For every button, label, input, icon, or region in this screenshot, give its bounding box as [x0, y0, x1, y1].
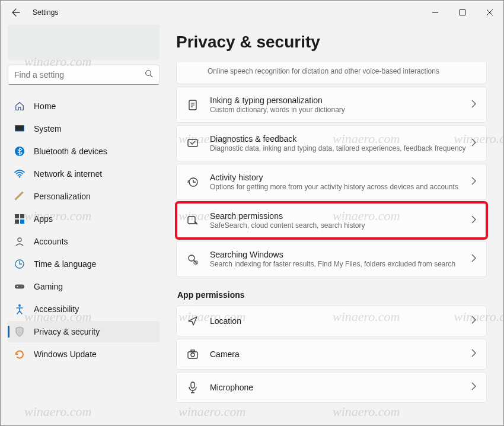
svg-rect-1 — [460, 10, 465, 15]
sidebar-item-personalization[interactable]: Personalization — [8, 186, 160, 207]
sidebar-item-label: System — [34, 124, 62, 133]
svg-rect-14 — [15, 284, 24, 288]
card-subtitle: Diagnostic data, inking and typing data,… — [210, 144, 471, 152]
card-title: Location — [210, 316, 471, 326]
card-subtitle: SafeSearch, cloud content search, search… — [210, 221, 471, 230]
search-icon — [145, 69, 153, 80]
accessibility-icon — [14, 303, 25, 315]
home-icon — [14, 100, 25, 112]
svg-rect-9 — [20, 214, 24, 218]
card-location[interactable]: Location — [176, 306, 487, 336]
sidebar-item-apps[interactable]: Apps — [8, 208, 160, 230]
svg-point-15 — [17, 286, 18, 287]
section-app-permissions: App permissions — [177, 290, 487, 300]
svg-point-7 — [19, 176, 21, 178]
microphone-icon — [186, 381, 199, 394]
svg-point-2 — [146, 71, 151, 76]
card-subtitle: Online speech recognition for dictation … — [208, 67, 477, 75]
sidebar-item-time[interactable]: Time & language — [8, 253, 160, 275]
chevron-right-icon — [471, 254, 477, 265]
location-icon — [186, 314, 199, 328]
card-searching-windows[interactable]: Searching Windows Search indexing for fa… — [176, 241, 487, 277]
card-diagnostics[interactable]: Diagnostics & feedback Diagnostic data, … — [176, 125, 487, 161]
user-account-box[interactable] — [8, 24, 160, 60]
close-button[interactable] — [476, 1, 503, 24]
card-camera[interactable]: Camera — [176, 339, 487, 370]
sidebar: Home System Bluetooth & devices Network … — [1, 24, 167, 425]
apps-icon — [14, 213, 25, 225]
sidebar-item-network[interactable]: Network & internet — [8, 163, 160, 185]
chevron-right-icon — [471, 316, 477, 326]
card-title: Diagnostics & feedback — [210, 134, 471, 144]
shield-icon — [14, 326, 25, 338]
app-title: Settings — [33, 8, 58, 17]
feedback-icon — [186, 137, 199, 150]
sidebar-item-accessibility[interactable]: Accessibility — [8, 298, 160, 320]
search-input[interactable] — [14, 70, 145, 80]
sidebar-item-privacy[interactable]: Privacy & security — [8, 321, 160, 342]
card-activity-history[interactable]: Activity history Options for getting mor… — [176, 164, 487, 200]
update-icon — [14, 348, 25, 360]
card-subtitle: Options for getting more from your activ… — [210, 183, 471, 191]
svg-rect-10 — [15, 220, 19, 224]
card-title: Searching Windows — [210, 250, 471, 259]
system-icon — [14, 123, 25, 135]
sidebar-item-label: Personalization — [34, 192, 91, 201]
minimize-button[interactable] — [422, 1, 449, 24]
sidebar-item-accounts[interactable]: Accounts — [8, 231, 160, 252]
card-inking-typing[interactable]: Inking & typing personalization Custom d… — [176, 87, 487, 123]
gamepad-icon — [14, 281, 25, 293]
svg-point-16 — [21, 286, 23, 287]
chevron-right-icon — [471, 177, 477, 187]
svg-rect-8 — [15, 214, 19, 218]
sidebar-item-bluetooth[interactable]: Bluetooth & devices — [8, 141, 160, 162]
card-search-permissions[interactable]: Search permissions SafeSearch, cloud con… — [176, 202, 487, 239]
history-icon — [186, 176, 199, 189]
svg-point-25 — [191, 353, 194, 357]
card-subtitle: Search indexing for faster results, Find… — [210, 260, 471, 268]
chevron-right-icon — [471, 138, 477, 149]
clipboard-pen-icon — [186, 98, 199, 112]
sidebar-item-label: Home — [34, 101, 56, 111]
sidebar-item-label: Network & internet — [34, 169, 102, 179]
sidebar-item-label: Windows Update — [34, 349, 97, 359]
minimize-icon — [432, 9, 438, 15]
search-shield-icon — [186, 214, 199, 227]
clock-globe-icon — [14, 258, 25, 270]
svg-point-17 — [18, 304, 21, 307]
svg-rect-5 — [15, 126, 24, 131]
chevron-right-icon — [471, 382, 477, 393]
bluetooth-icon — [14, 145, 25, 157]
nav-list: Home System Bluetooth & devices Network … — [8, 96, 160, 365]
main-content: Privacy & security Online speech recogni… — [167, 24, 503, 425]
card-microphone[interactable]: Microphone — [176, 372, 487, 403]
page-title: Privacy & security — [176, 33, 487, 52]
maximize-button[interactable] — [449, 1, 476, 24]
svg-line-3 — [151, 75, 153, 78]
sidebar-item-update[interactable]: Windows Update — [8, 344, 160, 365]
sidebar-item-gaming[interactable]: Gaming — [8, 276, 160, 297]
svg-point-12 — [18, 238, 21, 241]
chevron-right-icon — [471, 215, 477, 226]
svg-rect-26 — [191, 350, 194, 352]
close-icon — [487, 9, 493, 15]
card-partial-speech[interactable]: Online speech recognition for dictation … — [176, 62, 487, 84]
paintbrush-icon — [14, 190, 25, 202]
card-subtitle: Custom dictionary, words in your diction… — [210, 106, 471, 114]
card-title: Microphone — [210, 383, 471, 392]
card-title: Inking & typing personalization — [210, 96, 471, 105]
card-title: Activity history — [210, 173, 471, 182]
sidebar-item-label: Gaming — [34, 282, 63, 291]
back-button[interactable] — [9, 5, 23, 20]
search-folder-icon — [186, 253, 199, 266]
search-box[interactable] — [8, 65, 160, 85]
sidebar-item-label: Accessibility — [34, 304, 79, 314]
chevron-right-icon — [471, 100, 477, 110]
camera-icon — [186, 348, 199, 361]
svg-point-22 — [189, 255, 194, 261]
sidebar-item-home[interactable]: Home — [8, 96, 160, 117]
sidebar-item-system[interactable]: System — [8, 118, 160, 139]
sidebar-item-label: Privacy & security — [34, 327, 100, 336]
svg-rect-27 — [191, 382, 194, 388]
sidebar-item-label: Bluetooth & devices — [34, 147, 107, 156]
